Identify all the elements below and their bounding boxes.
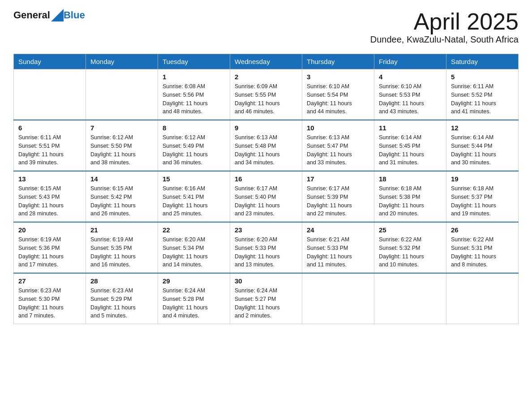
calendar-cell: 13Sunrise: 6:15 AM Sunset: 5:43 PM Dayli… [14,171,86,222]
day-info: Sunrise: 6:22 AM Sunset: 5:31 PM Dayligh… [451,235,514,269]
calendar-cell [302,273,374,324]
day-info: Sunrise: 6:17 AM Sunset: 5:40 PM Dayligh… [235,184,297,218]
calendar-cell: 30Sunrise: 6:24 AM Sunset: 5:27 PM Dayli… [230,273,302,324]
calendar-cell: 23Sunrise: 6:20 AM Sunset: 5:33 PM Dayli… [230,222,302,273]
calendar-header: SundayMondayTuesdayWednesdayThursdayFrid… [14,54,519,69]
day-info: Sunrise: 6:17 AM Sunset: 5:39 PM Dayligh… [307,184,369,218]
day-number: 6 [18,124,81,132]
day-number: 8 [163,124,225,132]
day-of-week-header: Wednesday [230,54,302,69]
day-number: 22 [163,226,225,234]
calendar-cell: 14Sunrise: 6:15 AM Sunset: 5:42 PM Dayli… [86,171,158,222]
calendar-cell: 8Sunrise: 6:12 AM Sunset: 5:49 PM Daylig… [158,120,230,171]
day-number: 27 [18,277,81,285]
logo: General Blue [13,9,85,21]
day-number: 5 [451,73,514,81]
calendar-cell: 20Sunrise: 6:19 AM Sunset: 5:36 PM Dayli… [14,222,86,273]
day-number: 19 [451,175,514,183]
day-info: Sunrise: 6:14 AM Sunset: 5:44 PM Dayligh… [451,133,514,167]
day-info: Sunrise: 6:12 AM Sunset: 5:49 PM Dayligh… [163,133,225,167]
calendar-body: 1Sunrise: 6:08 AM Sunset: 5:56 PM Daylig… [14,69,519,324]
day-info: Sunrise: 6:11 AM Sunset: 5:52 PM Dayligh… [451,82,514,116]
day-number: 20 [18,226,81,234]
day-number: 30 [235,277,297,285]
day-info: Sunrise: 6:23 AM Sunset: 5:29 PM Dayligh… [90,287,153,320]
calendar-week-row: 6Sunrise: 6:11 AM Sunset: 5:51 PM Daylig… [14,120,519,171]
day-number: 28 [90,277,153,285]
day-info: Sunrise: 6:16 AM Sunset: 5:41 PM Dayligh… [163,184,225,218]
day-number: 11 [379,124,442,132]
day-info: Sunrise: 6:15 AM Sunset: 5:43 PM Dayligh… [18,184,81,218]
day-of-week-header: Friday [374,54,446,69]
day-info: Sunrise: 6:23 AM Sunset: 5:30 PM Dayligh… [18,287,81,320]
day-number: 18 [379,175,442,183]
title-block: April 2025 Dundee, KwaZulu-Natal, South … [370,9,519,45]
day-of-week-header: Monday [86,54,158,69]
day-number: 13 [18,175,81,183]
day-number: 14 [90,175,153,183]
calendar-cell: 18Sunrise: 6:18 AM Sunset: 5:38 PM Dayli… [374,171,446,222]
calendar-cell: 5Sunrise: 6:11 AM Sunset: 5:52 PM Daylig… [446,69,519,120]
day-number: 9 [235,124,297,132]
calendar-cell: 22Sunrise: 6:20 AM Sunset: 5:34 PM Dayli… [158,222,230,273]
calendar-cell: 6Sunrise: 6:11 AM Sunset: 5:51 PM Daylig… [14,120,86,171]
day-number: 26 [451,226,514,234]
calendar-cell: 24Sunrise: 6:21 AM Sunset: 5:33 PM Dayli… [302,222,374,273]
day-number: 15 [163,175,225,183]
day-number: 16 [235,175,297,183]
day-info: Sunrise: 6:19 AM Sunset: 5:35 PM Dayligh… [90,235,153,269]
calendar-cell: 16Sunrise: 6:17 AM Sunset: 5:40 PM Dayli… [230,171,302,222]
logo-icon [51,9,64,21]
page-subtitle: Dundee, KwaZulu-Natal, South Africa [370,34,519,45]
calendar-cell: 11Sunrise: 6:14 AM Sunset: 5:45 PM Dayli… [374,120,446,171]
day-info: Sunrise: 6:09 AM Sunset: 5:55 PM Dayligh… [235,82,297,116]
day-number: 2 [235,73,297,81]
calendar-cell [86,69,158,120]
day-info: Sunrise: 6:24 AM Sunset: 5:28 PM Dayligh… [163,287,225,320]
calendar-cell: 17Sunrise: 6:17 AM Sunset: 5:39 PM Dayli… [302,171,374,222]
day-of-week-header: Tuesday [158,54,230,69]
day-number: 25 [379,226,442,234]
day-number: 17 [307,175,369,183]
day-of-week-header: Sunday [14,54,86,69]
day-info: Sunrise: 6:21 AM Sunset: 5:33 PM Dayligh… [307,235,369,269]
day-number: 23 [235,226,297,234]
day-info: Sunrise: 6:13 AM Sunset: 5:47 PM Dayligh… [307,133,369,167]
calendar-cell: 9Sunrise: 6:13 AM Sunset: 5:48 PM Daylig… [230,120,302,171]
calendar-cell: 1Sunrise: 6:08 AM Sunset: 5:56 PM Daylig… [158,69,230,120]
day-info: Sunrise: 6:24 AM Sunset: 5:27 PM Dayligh… [235,287,297,320]
day-info: Sunrise: 6:14 AM Sunset: 5:45 PM Dayligh… [379,133,442,167]
calendar-week-row: 20Sunrise: 6:19 AM Sunset: 5:36 PM Dayli… [14,222,519,273]
page-header: General Blue April 2025 Dundee, KwaZulu-… [13,9,519,45]
day-info: Sunrise: 6:12 AM Sunset: 5:50 PM Dayligh… [90,133,153,167]
day-number: 12 [451,124,514,132]
day-info: Sunrise: 6:20 AM Sunset: 5:34 PM Dayligh… [163,235,225,269]
day-info: Sunrise: 6:20 AM Sunset: 5:33 PM Dayligh… [235,235,297,269]
day-info: Sunrise: 6:18 AM Sunset: 5:38 PM Dayligh… [379,184,442,218]
day-info: Sunrise: 6:22 AM Sunset: 5:32 PM Dayligh… [379,235,442,269]
calendar-cell: 3Sunrise: 6:10 AM Sunset: 5:54 PM Daylig… [302,69,374,120]
logo-text-general: General [13,9,50,21]
calendar-cell: 19Sunrise: 6:18 AM Sunset: 5:37 PM Dayli… [446,171,519,222]
day-info: Sunrise: 6:10 AM Sunset: 5:53 PM Dayligh… [379,82,442,116]
calendar-cell: 28Sunrise: 6:23 AM Sunset: 5:29 PM Dayli… [86,273,158,324]
day-info: Sunrise: 6:18 AM Sunset: 5:37 PM Dayligh… [451,184,514,218]
calendar-table: SundayMondayTuesdayWednesdayThursdayFrid… [13,54,519,324]
calendar-cell: 12Sunrise: 6:14 AM Sunset: 5:44 PM Dayli… [446,120,519,171]
day-info: Sunrise: 6:08 AM Sunset: 5:56 PM Dayligh… [163,82,225,116]
page-title: April 2025 [370,9,519,34]
day-number: 29 [163,277,225,285]
calendar-cell: 10Sunrise: 6:13 AM Sunset: 5:47 PM Dayli… [302,120,374,171]
calendar-cell: 26Sunrise: 6:22 AM Sunset: 5:31 PM Dayli… [446,222,519,273]
day-info: Sunrise: 6:13 AM Sunset: 5:48 PM Dayligh… [235,133,297,167]
day-number: 21 [90,226,153,234]
svg-marker-0 [51,9,64,21]
day-info: Sunrise: 6:10 AM Sunset: 5:54 PM Dayligh… [307,82,369,116]
day-number: 3 [307,73,369,81]
calendar-cell: 25Sunrise: 6:22 AM Sunset: 5:32 PM Dayli… [374,222,446,273]
day-number: 1 [163,73,225,81]
calendar-cell [446,273,519,324]
day-number: 10 [307,124,369,132]
day-number: 4 [379,73,442,81]
calendar-week-row: 13Sunrise: 6:15 AM Sunset: 5:43 PM Dayli… [14,171,519,222]
